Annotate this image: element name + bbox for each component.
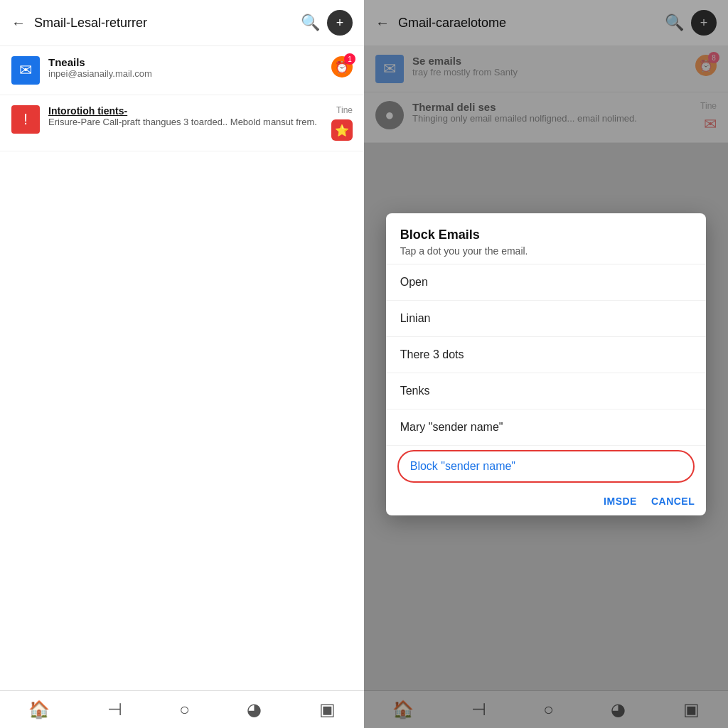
badge-clock-1: ⏰ 1 <box>331 56 353 77</box>
imsde-button[interactable]: IMSDE <box>604 496 637 507</box>
avatar-1: ✉ <box>11 56 40 85</box>
menu-item-block[interactable]: Block "sender name" <box>397 450 695 483</box>
nav-home-left[interactable]: 🏠 <box>28 700 50 719</box>
menu-item-there3dots[interactable]: There 3 dots <box>386 337 707 373</box>
email-address-1: inpei@asianaily.mail.com <box>48 68 323 79</box>
right-panel: ← Gmail-caraelotome 🔍 + ✉ Se emails tray… <box>364 0 728 728</box>
search-icon-left[interactable]: 🔍 <box>301 14 320 32</box>
nav-back-left[interactable]: ⊣ <box>107 700 122 719</box>
back-button-left[interactable]: ← <box>11 15 26 31</box>
email-body-2: Intorotioh tients- Erisure-Pare Call-pra… <box>48 105 323 127</box>
menu-item-open[interactable]: Open <box>386 264 707 301</box>
email-sender-1: Tneails <box>48 56 323 68</box>
dialog-actions: IMSDE CANCEL <box>386 487 707 515</box>
left-header: ← Smail-Lesal-returrer 🔍 + <box>0 0 364 46</box>
left-title: Smail-Lesal-returrer <box>34 16 292 31</box>
notif-badge-1: 1 <box>344 53 355 65</box>
menu-item-linian[interactable]: Linian <box>386 301 707 337</box>
dialog-overlay: Block Emails Tap a dot you your the emai… <box>364 0 728 728</box>
email-meta-2: Tine ⭐ <box>331 105 353 141</box>
add-button-left[interactable]: + <box>327 10 353 36</box>
left-header-icons: 🔍 + <box>301 10 353 36</box>
email-meta-1: ⏰ 1 <box>331 56 353 77</box>
menu-item-tenks[interactable]: Tenks <box>386 373 707 410</box>
nav-square-left[interactable]: ▣ <box>319 700 336 719</box>
email-body-1: Tneails inpei@asianaily.mail.com <box>48 56 323 79</box>
menu-item-mary[interactable]: Mary "sender name" <box>386 410 707 446</box>
badge-star-2: ⭐ <box>331 119 353 141</box>
dialog-title: Block Emails <box>400 228 692 242</box>
left-bottom-nav: 🏠 ⊣ ○ ◕ ▣ <box>0 690 364 728</box>
dialog-header: Block Emails Tap a dot you your the emai… <box>386 213 707 264</box>
dialog-subtitle: Tap a dot you your the email. <box>400 245 692 257</box>
nav-home2-left[interactable]: ○ <box>179 700 190 719</box>
email-item-1[interactable]: ✉ Tneails inpei@asianaily.mail.com ⏰ 1 <box>0 46 364 95</box>
left-panel: ← Smail-Lesal-returrer 🔍 + ✉ Tneails inp… <box>0 0 364 728</box>
email-subject-2: Intorotioh tients- <box>48 105 323 117</box>
cancel-button[interactable]: CANCEL <box>651 496 695 507</box>
email-time-2: Tine <box>336 105 353 115</box>
avatar-2: ! <box>11 105 40 134</box>
email-preview-2: Erisure-Pare Call-praft thangues 3 toard… <box>48 117 323 127</box>
email-item-2[interactable]: ! Intorotioh tients- Erisure-Pare Call-p… <box>0 95 364 151</box>
nav-apps-left[interactable]: ◕ <box>247 700 262 719</box>
block-emails-dialog: Block Emails Tap a dot you your the emai… <box>386 213 707 515</box>
